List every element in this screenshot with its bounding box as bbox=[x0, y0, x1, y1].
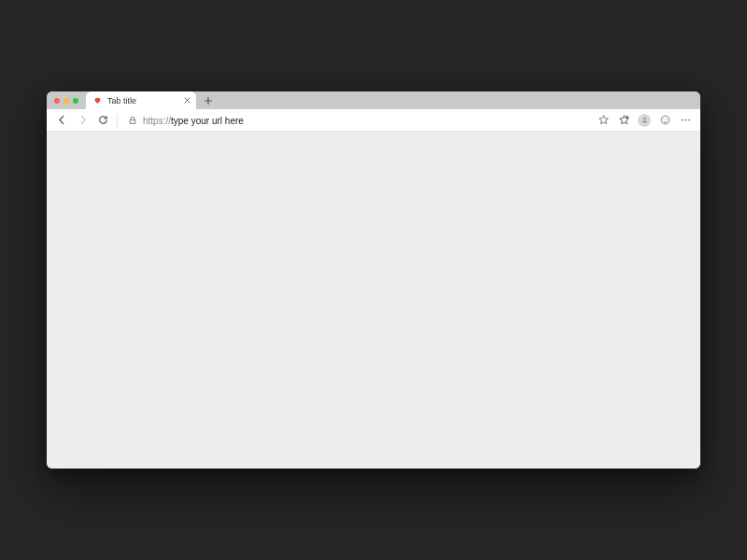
svg-point-4 bbox=[684, 119, 686, 121]
svg-point-2 bbox=[666, 119, 667, 119]
star-plus-icon bbox=[618, 114, 630, 126]
feedback-button[interactable] bbox=[655, 111, 674, 130]
forward-button[interactable] bbox=[73, 111, 92, 130]
plus-icon bbox=[204, 96, 213, 105]
favorite-button[interactable] bbox=[594, 111, 613, 130]
toolbar: https://type your url here bbox=[47, 109, 700, 132]
close-icon[interactable] bbox=[183, 97, 190, 105]
back-button[interactable] bbox=[52, 111, 71, 130]
favorites-list-button[interactable] bbox=[614, 111, 633, 130]
heart-icon bbox=[93, 96, 102, 105]
new-tab-button[interactable] bbox=[200, 92, 217, 109]
lock-icon bbox=[128, 116, 137, 125]
star-icon bbox=[598, 114, 610, 126]
separator bbox=[117, 114, 118, 127]
url-rest: type your url here bbox=[171, 116, 244, 126]
profile-button[interactable] bbox=[635, 111, 654, 130]
toolbar-right bbox=[594, 111, 695, 130]
svg-point-3 bbox=[681, 119, 683, 121]
svg-point-5 bbox=[688, 119, 690, 121]
forward-icon bbox=[77, 114, 89, 126]
browser-window: Tab title https://type your url here bbox=[47, 91, 700, 469]
svg-point-1 bbox=[663, 119, 664, 119]
browser-tab[interactable]: Tab title bbox=[86, 91, 196, 109]
profile-icon bbox=[638, 114, 651, 127]
window-minimize-button[interactable] bbox=[63, 98, 69, 104]
face-icon bbox=[659, 114, 671, 126]
refresh-button[interactable] bbox=[93, 111, 112, 130]
tab-strip: Tab title bbox=[47, 91, 700, 109]
page-content bbox=[47, 132, 700, 469]
svg-point-0 bbox=[661, 116, 669, 124]
window-close-button[interactable] bbox=[54, 98, 60, 104]
address-bar[interactable]: https://type your url here bbox=[122, 111, 592, 130]
more-button[interactable] bbox=[676, 111, 695, 130]
window-controls bbox=[47, 98, 78, 104]
refresh-icon bbox=[97, 114, 109, 126]
window-zoom-button[interactable] bbox=[73, 98, 78, 104]
more-icon bbox=[680, 114, 692, 126]
tab-title: Tab title bbox=[107, 96, 177, 105]
url-text: https://type your url here bbox=[143, 115, 244, 126]
back-icon bbox=[56, 114, 68, 126]
url-protocol: https:// bbox=[143, 116, 171, 126]
